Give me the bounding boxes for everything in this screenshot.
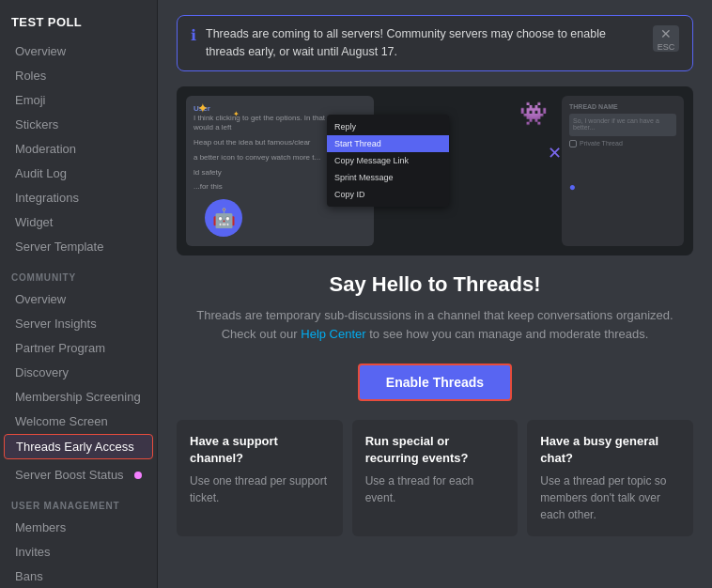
sidebar-item-widget[interactable]: Widget — [4, 210, 153, 234]
dot-deco: ● — [569, 180, 576, 193]
alien-decoration: 👾 — [519, 101, 548, 127]
mock-thread-input: So, I wonder if we can have a better... — [569, 114, 676, 136]
help-center-link[interactable]: Help Center — [301, 327, 365, 341]
mock-menu-reply: Reply — [327, 118, 449, 135]
star-deco-2: ✦ — [233, 110, 240, 118]
mock-menu-sprint: Sprint Message — [327, 169, 449, 186]
preview-illustration: User I think clicking to get the options… — [177, 86, 693, 255]
sidebar-item-bans[interactable]: Bans — [4, 565, 153, 588]
sidebar-item-server-boost-status[interactable]: Server Boost Status — [4, 463, 153, 487]
mock-menu-copy-id: Copy ID — [327, 186, 449, 203]
content-description: Threads are temporary sub-discussions in… — [177, 306, 693, 346]
sidebar-item-community-overview[interactable]: Overview — [4, 287, 153, 311]
mock-screenshot: User I think clicking to get the options… — [177, 86, 693, 255]
sidebar-top-section: Overview Roles Emoji Stickers Moderation… — [0, 39, 157, 258]
sidebar-item-partner-program[interactable]: Partner Program — [4, 336, 153, 360]
sidebar-item-stickers[interactable]: Stickers — [4, 113, 153, 136]
sidebar-item-overview[interactable]: Overview — [4, 39, 153, 63]
sidebar-item-integrations[interactable]: Integrations — [4, 186, 153, 209]
feature-card-support-title: Have a support channel? — [190, 433, 330, 467]
bot-decoration: 🤖 — [205, 199, 242, 237]
feature-card-events-desc: Use a thread for each event. — [365, 472, 505, 506]
star-deco-1: ✦ — [197, 101, 209, 116]
feature-card-general: Have a busy general chat? Use a thread p… — [527, 420, 693, 536]
sparkle-deco: ✕ — [548, 143, 562, 163]
sidebar-item-roles[interactable]: Roles — [4, 64, 153, 87]
enable-btn-wrapper: Enable Threads — [177, 364, 693, 401]
sidebar-item-members[interactable]: Members — [4, 516, 153, 539]
feature-card-support: Have a support channel? Use one thread p… — [177, 420, 343, 536]
esc-label: ESC — [658, 42, 675, 52]
feature-card-support-desc: Use one thread per support ticket. — [190, 472, 330, 506]
info-banner: ℹ Threads are coming to all servers! Com… — [177, 15, 693, 71]
sidebar-item-moderation[interactable]: Moderation — [4, 137, 153, 161]
feature-card-general-title: Have a busy general chat? — [540, 433, 680, 467]
sidebar-item-audit-log[interactable]: Audit Log — [4, 162, 153, 185]
close-icon: ✕ — [660, 26, 672, 41]
feature-card-events-title: Run special or recurring events? — [365, 433, 505, 467]
sidebar-item-threads-early-access[interactable]: Threads Early Access — [4, 434, 153, 459]
main-content: ℹ Threads are coming to all servers! Com… — [158, 0, 712, 588]
sidebar-user-management-section: Members Invites Bans — [0, 516, 157, 588]
sidebar: TEST POLL Overview Roles Emoji Stickers … — [0, 0, 158, 588]
banner-text: Threads are coming to all servers! Commu… — [206, 25, 643, 61]
sidebar-item-server-template[interactable]: Server Template — [4, 235, 153, 258]
info-icon: ℹ — [191, 26, 196, 44]
user-management-section-label: USER MANAGEMENT — [0, 487, 157, 515]
community-section-label: COMMUNITY — [0, 259, 157, 286]
content-desc-part2: to see how you can manage and moderate t… — [366, 327, 649, 341]
content-section: Say Hello to Threads! Threads are tempor… — [177, 272, 693, 346]
sidebar-item-server-insights[interactable]: Server Insights — [4, 312, 153, 335]
mock-menu-start-thread: Start Thread — [327, 135, 449, 152]
server-boost-status-label: Server Boost Status — [15, 468, 124, 482]
mock-thread-label: THREAD NAME — [569, 103, 676, 110]
feature-card-events: Run special or recurring events? Use a t… — [352, 420, 519, 536]
mock-menu-copy-link: Copy Message Link — [327, 152, 449, 169]
content-title: Say Hello to Threads! — [177, 272, 693, 297]
enable-threads-button[interactable]: Enable Threads — [358, 364, 512, 401]
mock-private-thread: Private Thread — [569, 140, 676, 147]
sidebar-item-membership-screening[interactable]: Membership Screening — [4, 385, 153, 409]
sidebar-item-discovery[interactable]: Discovery — [4, 361, 153, 384]
mock-checkbox-icon — [569, 140, 577, 147]
server-name: TEST POLL — [0, 8, 157, 39]
banner-close-button[interactable]: ✕ ESC — [653, 25, 679, 52]
sidebar-item-welcome-screen[interactable]: Welcome Screen — [4, 410, 153, 433]
boost-dot-icon — [134, 472, 142, 479]
feature-cards: Have a support channel? Use one thread p… — [177, 420, 693, 536]
feature-card-general-desc: Use a thread per topic so members don't … — [540, 472, 680, 523]
sidebar-item-emoji[interactable]: Emoji — [4, 88, 153, 112]
sidebar-community-section: Overview Server Insights Partner Program… — [0, 287, 157, 459]
mock-thread-panel: THREAD NAME So, I wonder if we can have … — [562, 96, 684, 246]
sidebar-item-invites[interactable]: Invites — [4, 540, 153, 564]
mock-context-menu: Reply Start Thread Copy Message Link Spr… — [327, 115, 449, 207]
